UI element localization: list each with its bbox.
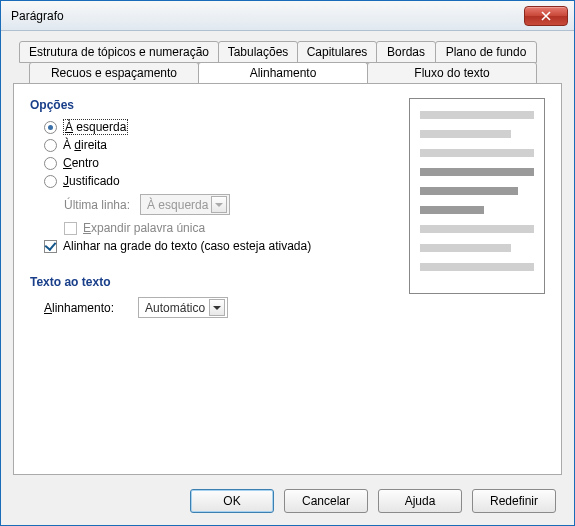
reset-button[interactable]: Redefinir [472,489,556,513]
expand-single-label: Expandir palavra única [83,221,205,235]
preview-line [420,111,534,119]
radio-row-right[interactable]: À direita [44,138,401,152]
radio-row-justified[interactable]: Justificado [44,174,401,188]
window-title: Parágrafo [11,9,64,23]
last-line-combo: À esquerda [140,194,230,215]
preview-line [420,187,518,195]
radio-justified-label: Justificado [63,174,120,188]
section-options-title: Opções [30,98,401,112]
tab-outline-numbering[interactable]: Estrutura de tópicos e numeração [19,41,219,63]
titlebar[interactable]: Parágrafo [1,1,574,31]
radio-justified[interactable] [44,175,57,188]
chevron-down-icon [209,299,225,316]
paragraph-dialog: Parágrafo Estrutura de tópicos e numeraç… [0,0,575,526]
radio-center[interactable] [44,157,57,170]
close-icon [541,11,551,21]
alignment-label: Alinhamento: [44,301,114,315]
radio-left[interactable] [44,121,57,134]
expand-single-checkbox [64,222,77,235]
tab-alignment[interactable]: Alinhamento [198,62,368,84]
button-bar: OK Cancelar Ajuda Redefinir [13,475,562,513]
cancel-button[interactable]: Cancelar [284,489,368,513]
last-line-row: Última linha: À esquerda [64,194,401,215]
radio-row-left[interactable]: À esquerda [44,120,401,134]
radio-center-label: Centro [63,156,99,170]
tab-tabstops[interactable]: Tabulações [218,41,298,63]
section-text-to-text: Texto ao texto Alinhamento: Automático [30,275,401,318]
form-column: Opções À esquerda À direita Centro [30,98,401,460]
alignment-preview [409,98,545,294]
preview-line [420,149,534,157]
tab-text-flow[interactable]: Fluxo do texto [367,62,537,84]
preview-line [420,225,534,233]
alignment-row: Alinhamento: Automático [44,297,401,318]
expand-single-row: Expandir palavra única [64,221,401,235]
tab-panel-alignment: Opções À esquerda À direita Centro [13,83,562,475]
tab-borders[interactable]: Bordas [376,41,436,63]
preview-line [420,168,534,176]
snap-grid-checkbox[interactable] [44,240,57,253]
alignment-combo[interactable]: Automático [138,297,228,318]
last-line-value: À esquerda [147,198,208,212]
close-button[interactable] [524,6,568,26]
radio-right[interactable] [44,139,57,152]
section-texttotext-title: Texto ao texto [30,275,401,289]
dialog-body: Estrutura de tópicos e numeração Tabulaç… [1,31,574,525]
tab-row-upper: Estrutura de tópicos e numeração Tabulaç… [19,41,562,63]
radio-left-label: À esquerda [63,120,128,134]
snap-grid-label: Alinhar na grade do texto (caso esteja a… [63,239,311,253]
help-button[interactable]: Ajuda [378,489,462,513]
tab-row-lower: Recuos e espaçamento Alinhamento Fluxo d… [29,62,562,84]
tab-indents-spacing[interactable]: Recuos e espaçamento [29,62,199,84]
alignment-value: Automático [145,301,205,315]
preview-line [420,130,511,138]
last-line-label: Última linha: [64,198,130,212]
tab-dropcaps[interactable]: Capitulares [297,41,377,63]
radio-right-label: À direita [63,138,107,152]
preview-line [420,263,534,271]
chevron-down-icon [211,196,227,213]
ok-button[interactable]: OK [190,489,274,513]
snap-grid-row[interactable]: Alinhar na grade do texto (caso esteja a… [44,239,401,253]
preview-line [420,244,511,252]
tabs-container: Estrutura de tópicos e numeração Tabulaç… [13,41,562,475]
tab-background[interactable]: Plano de fundo [435,41,537,63]
preview-line [420,206,484,214]
radio-row-center[interactable]: Centro [44,156,401,170]
